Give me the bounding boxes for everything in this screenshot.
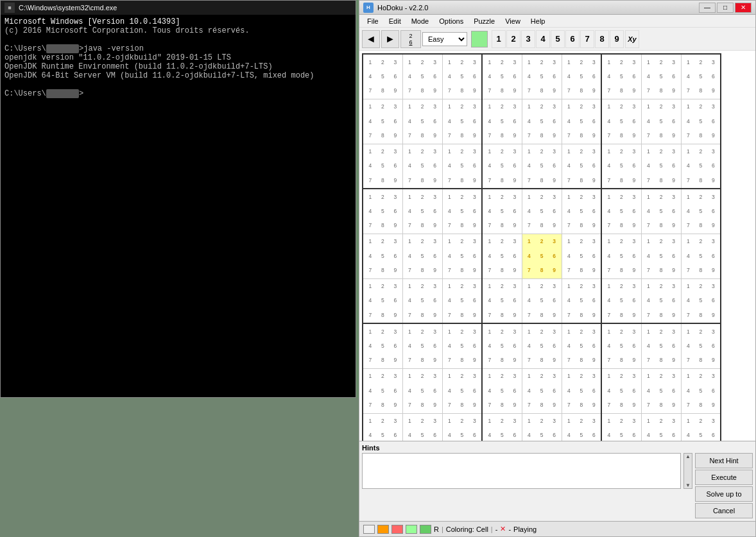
menu-help[interactable]: Help — [526, 16, 551, 26]
redo-button[interactable]: ► — [381, 30, 399, 48]
table-row[interactable]: 123456789 — [482, 278, 522, 323]
table-row[interactable]: 123456789 — [562, 189, 601, 234]
table-row[interactable]: 123456789 — [482, 99, 522, 144]
table-row[interactable]: 123456789 — [562, 413, 601, 441]
table-row[interactable]: 123456789 — [641, 234, 681, 278]
next-hint-button[interactable]: Next Hint — [695, 453, 753, 468]
table-row[interactable]: 123456789 — [681, 368, 721, 413]
table-row[interactable]: 123456789 — [601, 54, 641, 99]
table-row[interactable]: 123456789 — [641, 99, 681, 144]
table-row[interactable]: 123456789 — [601, 278, 641, 323]
table-row[interactable]: 123456789 — [681, 99, 721, 144]
table-row[interactable]: 123456789 — [482, 144, 522, 189]
table-row[interactable]: 123456789 — [601, 99, 641, 144]
execute-button[interactable]: Execute — [695, 470, 753, 485]
table-row[interactable]: 123456789 — [482, 234, 522, 278]
table-row[interactable]: 123456789 — [641, 323, 681, 368]
menu-options[interactable]: Options — [434, 16, 468, 26]
num-btn-9[interactable]: 9 — [610, 30, 624, 48]
table-row[interactable]: 123456789 — [442, 234, 482, 278]
table-row[interactable]: 123456789 — [681, 278, 721, 323]
table-row[interactable]: 123456789 — [522, 234, 562, 278]
table-row[interactable]: 123456789 — [562, 144, 601, 189]
table-row[interactable]: 123456789 — [562, 323, 601, 368]
table-row[interactable]: 123456789 — [402, 189, 442, 234]
table-row[interactable]: 123456789 — [681, 234, 721, 278]
table-row[interactable]: 123456789 — [522, 54, 562, 99]
table-row[interactable]: 123456789 — [641, 144, 681, 189]
status-color-4[interactable] — [406, 525, 417, 534]
table-row[interactable]: 123456789 — [442, 144, 482, 189]
table-row[interactable]: 123456789 — [363, 234, 402, 278]
num-btn-1[interactable]: 1 — [492, 30, 506, 48]
table-row[interactable]: 123456789 — [402, 278, 442, 323]
close-button[interactable]: ✕ — [735, 3, 752, 13]
table-row[interactable]: 123456789 — [681, 54, 721, 99]
difficulty-select[interactable]: Easy Medium Hard Expert — [422, 32, 467, 46]
table-row[interactable]: 123456789 — [601, 234, 641, 278]
menu-view[interactable]: View — [500, 16, 526, 26]
table-row[interactable]: 123456789 — [442, 99, 482, 144]
table-row[interactable]: 123456789 — [681, 323, 721, 368]
table-row[interactable]: 123456789 — [601, 189, 641, 234]
status-color-2[interactable] — [377, 525, 389, 534]
table-row[interactable]: 123456789 — [402, 99, 442, 144]
table-row[interactable]: 123456789 — [363, 323, 402, 368]
undo-button[interactable]: ◄ — [362, 30, 380, 48]
table-row[interactable]: 123456789 — [601, 413, 641, 441]
table-row[interactable]: 123456789 — [601, 368, 641, 413]
table-row[interactable]: 123456789 — [562, 368, 601, 413]
table-row[interactable]: 123456789 — [442, 413, 482, 441]
num-btn-7[interactable]: 7 — [580, 30, 594, 48]
table-row[interactable]: 123456789 — [442, 368, 482, 413]
table-row[interactable]: 123456789 — [402, 413, 442, 441]
table-row[interactable]: 123456789 — [363, 189, 402, 234]
table-row[interactable]: 123456789 — [402, 54, 442, 99]
table-row[interactable]: 123456789 — [522, 368, 562, 413]
table-row[interactable]: 123456789 — [641, 278, 681, 323]
menu-puzzle[interactable]: Puzzle — [468, 16, 500, 26]
table-row[interactable]: 123456789 — [363, 144, 402, 189]
table-row[interactable]: 123456789 — [562, 54, 601, 99]
table-row[interactable]: 123456789 — [482, 323, 522, 368]
scrollbar-up-icon[interactable]: ▲ — [685, 454, 691, 459]
table-row[interactable]: 123456789 — [522, 278, 562, 323]
table-row[interactable]: 123456789 — [681, 144, 721, 189]
solve-up-to-button[interactable]: Solve up to — [695, 486, 753, 502]
xy-button[interactable]: Xy — [625, 30, 639, 48]
table-row[interactable]: 123456789 — [522, 189, 562, 234]
table-row[interactable]: 123456789 — [402, 234, 442, 278]
hints-scrollbar[interactable]: ▲ ▼ — [683, 453, 692, 489]
table-row[interactable]: 123456789 — [482, 413, 522, 441]
table-row[interactable]: 123456789 — [522, 99, 562, 144]
table-row[interactable]: 123456789 — [402, 323, 442, 368]
table-row[interactable]: 123456789 — [601, 323, 641, 368]
hints-textarea[interactable] — [362, 453, 681, 489]
cancel-button[interactable]: Cancel — [695, 503, 753, 518]
status-color-5[interactable] — [420, 525, 431, 534]
table-row[interactable]: 123456789 — [363, 368, 402, 413]
table-row[interactable]: 123456789 — [601, 144, 641, 189]
table-row[interactable]: 123456789 — [442, 323, 482, 368]
table-row[interactable]: 123456789 — [442, 278, 482, 323]
table-row[interactable]: 123456789 — [641, 413, 681, 441]
table-row[interactable]: 123456789 — [562, 278, 601, 323]
table-row[interactable]: 123456789 — [522, 323, 562, 368]
table-row[interactable]: 123456789 — [363, 99, 402, 144]
table-row[interactable]: 123456789 — [402, 368, 442, 413]
table-row[interactable]: 123456789 — [522, 144, 562, 189]
table-row[interactable]: 123456789 — [562, 99, 601, 144]
minimize-button[interactable]: — — [699, 3, 716, 13]
status-color-1[interactable] — [363, 525, 375, 534]
status-color-3[interactable] — [391, 525, 403, 534]
num-btn-8[interactable]: 8 — [595, 30, 609, 48]
table-row[interactable]: 123456789 — [641, 368, 681, 413]
table-row[interactable]: 123456789 — [482, 368, 522, 413]
num-btn-2[interactable]: 2 — [506, 30, 520, 48]
table-row[interactable]: 123456789 — [363, 413, 402, 441]
maximize-button[interactable]: □ — [717, 3, 734, 13]
num-btn-6[interactable]: 6 — [565, 30, 580, 48]
table-row[interactable]: 123456789 — [641, 189, 681, 234]
table-row[interactable]: 123456789 — [681, 189, 721, 234]
table-row[interactable]: 123456789 — [482, 54, 522, 99]
